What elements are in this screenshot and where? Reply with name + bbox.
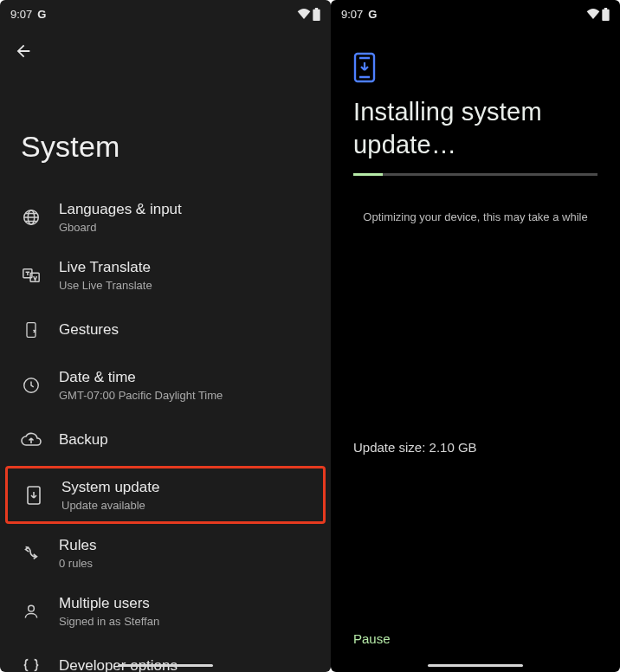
item-title: Rules — [59, 536, 96, 555]
battery-icon — [602, 8, 610, 21]
item-sub: 0 rules — [59, 557, 96, 570]
item-live-translate[interactable]: Live Translate Use Live Translate — [0, 246, 331, 304]
download-device-icon — [331, 26, 620, 95]
item-sub: Gboard — [59, 221, 182, 234]
item-sub: Use Live Translate — [59, 279, 152, 292]
pause-button[interactable]: Pause — [353, 631, 391, 646]
item-backup[interactable]: Backup — [0, 414, 331, 466]
item-rules[interactable]: Rules 0 rules — [0, 524, 331, 582]
settings-list: Languages & input Gboard Live Translate … — [0, 188, 331, 672]
item-title: Backup — [59, 430, 108, 449]
update-size: Update size: 2.10 GB — [331, 440, 500, 455]
gesture-nav-bar[interactable] — [331, 664, 620, 667]
item-gestures[interactable]: Gestures — [0, 304, 331, 356]
gestures-icon — [21, 320, 42, 340]
system-update-icon — [23, 485, 44, 506]
item-sub: Update available — [61, 499, 159, 512]
item-title: Live Translate — [59, 258, 152, 277]
google-icon: G — [37, 8, 46, 21]
gesture-nav-bar[interactable] — [0, 664, 331, 667]
item-title: Gestures — [59, 320, 119, 339]
item-title: System update — [61, 478, 159, 497]
translate-icon — [21, 265, 42, 286]
page-title: System — [0, 61, 331, 188]
back-button[interactable] — [0, 26, 331, 61]
settings-system-screen: 9:07 G System Languages & input Gboard — [0, 0, 331, 672]
battery-icon — [313, 8, 320, 21]
rules-icon — [21, 543, 42, 564]
svg-rect-4 — [27, 323, 36, 338]
cloud-upload-icon — [21, 430, 42, 450]
user-icon — [21, 601, 42, 622]
wifi-icon — [297, 9, 311, 19]
item-system-update[interactable]: System update Update available — [5, 466, 326, 524]
google-icon: G — [368, 8, 377, 21]
status-bar: 9:07 G — [331, 0, 620, 26]
item-date-time[interactable]: Date & time GMT-07:00 Pacific Daylight T… — [0, 356, 331, 414]
status-bar: 9:07 G — [0, 0, 331, 26]
update-title: Installing system update… — [331, 95, 620, 173]
status-time: 9:07 — [341, 8, 363, 21]
clock-icon — [21, 375, 42, 396]
item-multiple-users[interactable]: Multiple users Signed in as Steffan — [0, 582, 331, 640]
wifi-icon — [586, 9, 600, 19]
optimizing-text: Optimizing your device, this may take a … — [331, 176, 620, 223]
item-title: Languages & input — [59, 200, 182, 219]
progress-bar — [353, 173, 597, 176]
system-update-screen: 9:07 G Installing system update… Optimiz… — [331, 0, 620, 672]
item-title: Date & time — [59, 368, 223, 387]
progress-fill — [353, 173, 383, 176]
globe-icon — [21, 207, 42, 228]
svg-point-7 — [29, 605, 35, 611]
item-sub: GMT-07:00 Pacific Daylight Time — [59, 389, 223, 402]
item-languages-input[interactable]: Languages & input Gboard — [0, 188, 331, 246]
item-sub: Signed in as Steffan — [59, 615, 159, 628]
status-time: 9:07 — [10, 8, 32, 21]
item-title: Multiple users — [59, 594, 159, 613]
item-developer-options[interactable]: Developer options — [0, 640, 331, 672]
